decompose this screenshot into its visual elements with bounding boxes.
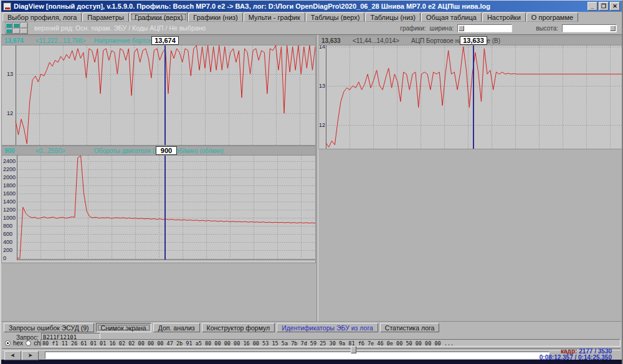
svg-text:1200: 1200 — [3, 207, 16, 213]
svg-text:600: 600 — [3, 231, 12, 237]
graph-g3: 900<0...2550>Обороты двигателя (шаг 10 о… — [1, 146, 316, 263]
svg-text:2400: 2400 — [3, 158, 16, 164]
tab-1[interactable]: Выбор профиля, лога — [2, 12, 82, 22]
height-slider-thumb[interactable] — [610, 26, 616, 31]
panel-right: 13,633<11,44...14,014>АЦП Бортовое напря… — [318, 35, 623, 322]
svg-text:0: 0 — [3, 255, 6, 261]
window-controls: _ ❐ ✕ — [587, 2, 620, 11]
graph-size-controls: графики: ширина: высота: — [400, 24, 622, 32]
tab-8[interactable]: Общая таблица — [421, 12, 482, 22]
layout-description: верхний ряд: Осн. парам. ЭБУ / Коды АЦП … — [34, 24, 206, 32]
width-slider-thumb[interactable] — [459, 26, 464, 31]
bottom-tab-3[interactable]: Доп. анализ — [153, 323, 200, 332]
tab-6[interactable]: Таблицы (верх) — [306, 12, 365, 22]
grid-cell-2[interactable] — [13, 23, 20, 28]
app-window: DiagView [полный доступ], v.1.5.9.0. Про… — [0, 0, 623, 364]
tab-7[interactable]: Таблицы (низ) — [365, 12, 421, 22]
svg-text:13: 13 — [319, 83, 325, 89]
panel-left: 13,674<11,222...13,768>Напряжение бортсе… — [1, 35, 316, 322]
tab-3[interactable]: Графики (верх) — [130, 12, 188, 22]
plot-area-g1[interactable]: 1312 — [2, 45, 315, 145]
tab-10[interactable]: О программе — [526, 12, 578, 22]
maximize-button[interactable]: ❐ — [599, 2, 609, 11]
svg-text:200: 200 — [3, 247, 12, 253]
title-bar: DiagView [полный доступ], v.1.5.9.0. Про… — [1, 1, 622, 12]
svg-text:400: 400 — [3, 239, 12, 245]
graph-current-value: 900 — [4, 147, 36, 154]
frame-forward-button[interactable]: ➤ — [22, 351, 39, 360]
tab-9[interactable]: Настройки — [482, 12, 526, 22]
frame-trackbar-thumb[interactable] — [351, 346, 356, 353]
frame-trackbar[interactable] — [2, 348, 621, 350]
bottom-tab-2[interactable]: Снимок экрана — [96, 323, 151, 332]
tab-4[interactable]: Графики (низ) — [188, 12, 242, 22]
svg-text:1800: 1800 — [3, 182, 16, 189]
frame-status: кадр: 2177 / 3530 0:08:12,357 / 0:14:25,… — [540, 348, 612, 361]
minimize-button[interactable]: _ — [587, 2, 597, 11]
svg-text:1400: 1400 — [3, 198, 16, 205]
response-bytes-field[interactable]: 80 f1 11 26 61 01 01 16 02 02 00 00 00 4… — [40, 339, 621, 347]
frame-back-button[interactable]: ➤ — [4, 351, 21, 360]
graphs-label: графики: — [400, 25, 426, 32]
grid-cell-6[interactable] — [21, 29, 27, 34]
graph-g1: 13,674<11,222...13,768>Напряжение бортсе… — [1, 35, 316, 146]
svg-text:800: 800 — [3, 223, 12, 229]
hex-radio-label: hex — [13, 340, 23, 347]
svg-text:12: 12 — [7, 110, 13, 116]
char-radio[interactable] — [26, 340, 31, 346]
svg-text:1600: 1600 — [3, 190, 16, 197]
svg-text:14: 14 — [319, 45, 325, 50]
grid-cell-4[interactable] — [6, 29, 12, 34]
bottom-tab-1[interactable]: Запросы ошибок ЭСУД (9) — [4, 323, 94, 332]
graphs-workspace: 13,674<11,222...13,768>Напряжение бортсе… — [1, 34, 622, 321]
frame-time: 0:08:12,357 / 0:14:25,350 — [540, 355, 612, 361]
graph-g2: 13,633<11,44...14,014>АЦП Бортовое напря… — [318, 35, 623, 149]
grid-cell-5[interactable] — [13, 29, 20, 34]
graph-range: <0...2550> — [36, 147, 94, 154]
hex-radio[interactable] — [5, 340, 11, 346]
bottom-bar: Запросы ошибок ЭСУД (9)Снимок экранаДоп.… — [1, 321, 622, 360]
response-mode-radios: hex char — [5, 340, 46, 347]
svg-text:2200: 2200 — [3, 166, 16, 172]
plot-area-g3[interactable]: 2400220020001800160014001200100080060040… — [2, 156, 315, 263]
bottom-tab-bar: Запросы ошибок ЭСУД (9)Снимок экранаДоп.… — [4, 323, 439, 332]
width-slider[interactable] — [457, 24, 512, 32]
graph-layout-grid-icon[interactable] — [5, 22, 28, 34]
height-label: высота: — [536, 25, 558, 32]
width-label: ширина: — [430, 25, 454, 32]
cursor-value-box: 13,633 — [460, 36, 487, 45]
close-button[interactable]: ✕ — [610, 2, 620, 11]
window-title: DiagView [полный доступ], v.1.5.9.0. Про… — [14, 2, 584, 10]
bottom-tab-5[interactable]: Идентификаторы ЭБУ из лога — [277, 323, 378, 332]
graph-current-value: 13,674 — [4, 37, 36, 44]
log-progress-bar — [45, 352, 549, 359]
tab-5[interactable]: Мульти - график — [244, 12, 305, 22]
graph-current-value: 13,633 — [321, 37, 353, 44]
desktop-strip — [1, 360, 622, 364]
grid-cell-1[interactable] — [6, 23, 12, 28]
svg-text:1000: 1000 — [3, 215, 16, 221]
toolbar: верхний ряд: Осн. парам. ЭБУ / Коды АЦП … — [1, 22, 622, 34]
cursor-value-box: 900 — [156, 146, 177, 155]
graph-range: <11,44...14,014> — [353, 37, 411, 44]
height-slider[interactable] — [562, 24, 617, 32]
tab-bar: Выбор профиля, логаПараметрыГрафики (вер… — [1, 12, 622, 22]
svg-text:13: 13 — [7, 71, 13, 77]
bottom-tab-6[interactable]: Статистика лога — [380, 323, 440, 332]
graph-range: <11,222...13,768> — [36, 37, 94, 44]
bottom-tab-4[interactable]: Конструктор формул — [202, 323, 275, 332]
svg-text:2000: 2000 — [3, 174, 16, 180]
app-icon — [3, 2, 11, 11]
cursor-value-box: 13,674 — [151, 36, 179, 45]
plot-area-g2[interactable]: 141312 — [319, 45, 623, 149]
grid-cell-3[interactable] — [21, 23, 27, 28]
svg-text:12: 12 — [319, 122, 325, 128]
tab-2[interactable]: Параметры — [82, 12, 129, 22]
